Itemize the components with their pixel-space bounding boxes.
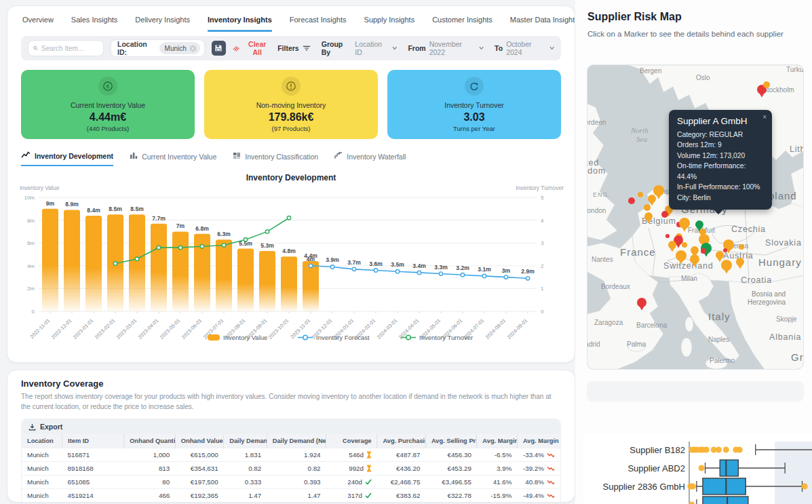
svg-text:2: 2 bbox=[541, 263, 544, 269]
supplier-tooltip: × Supplier A GmbH Category: REGULAROrder… bbox=[669, 110, 772, 210]
cell-coverage: 992d bbox=[326, 462, 377, 476]
map-label-switzerland: Switzerland bbox=[663, 261, 713, 271]
table-row: Munich65108580€197,5000.3330.393240d €2,… bbox=[22, 476, 560, 489]
outlier-dot bbox=[690, 484, 696, 490]
cell-avg-margin-3m: -39.2% bbox=[517, 462, 560, 476]
check-icon bbox=[365, 479, 372, 485]
tooltip-line: Volume 12m: 173,020 bbox=[677, 151, 764, 161]
svg-text:Inventory Value: Inventory Value bbox=[20, 185, 60, 191]
kpi-non-moving-inventory: Non-moving Inventory 179.86k€ (97 Produc… bbox=[204, 70, 378, 139]
svg-text:3.6m: 3.6m bbox=[369, 260, 383, 267]
map-label-herzegovina: Herzegovina bbox=[748, 298, 786, 306]
map-marker-orange[interactable] bbox=[739, 244, 744, 250]
svg-text:2024-08-01: 2024-08-01 bbox=[484, 317, 507, 340]
nav-tab-master-data-insights[interactable]: Master Data Insights bbox=[510, 16, 575, 32]
svg-text:4: 4 bbox=[541, 218, 544, 224]
clear-all-button[interactable]: Clear All bbox=[233, 40, 271, 56]
boxplot-label: Supplier B182 bbox=[630, 445, 685, 455]
remove-location-icon[interactable] bbox=[189, 45, 197, 52]
line-chart-icon bbox=[21, 151, 31, 160]
column-header-onhand-quantity: Onhand Quantity bbox=[124, 434, 175, 448]
svg-text:8m: 8m bbox=[27, 218, 35, 224]
legend-item[interactable]: Inventory Forecast bbox=[298, 334, 370, 341]
search-input[interactable] bbox=[41, 45, 98, 52]
cell-avg-purchasing-price: €436.20 bbox=[377, 462, 425, 476]
location-chip[interactable]: Munich bbox=[159, 42, 200, 54]
cell-item-id: 4519214 bbox=[62, 489, 124, 503]
trend-down-icon bbox=[547, 479, 555, 485]
from-date-select[interactable]: From November 2022 bbox=[408, 40, 484, 56]
map-label-palma: Palma bbox=[627, 341, 646, 348]
cell-avg-margin-24m: 11.2% bbox=[477, 503, 518, 503]
map-marker-orange[interactable] bbox=[644, 204, 651, 211]
svg-text:2024-09-01: 2024-09-01 bbox=[506, 317, 528, 340]
map-label-czechia: Czechia bbox=[731, 225, 766, 234]
chart-tab-inventory-development[interactable]: Inventory Development bbox=[21, 151, 113, 166]
export-button[interactable]: Export bbox=[28, 423, 62, 431]
map-marker-orange[interactable] bbox=[638, 192, 643, 197]
cell-avg-margin-3m: 4.0% bbox=[517, 503, 560, 503]
check-icon bbox=[365, 492, 372, 499]
cell-location: Munich bbox=[22, 489, 62, 503]
map-label-turku: Turku bbox=[786, 66, 803, 73]
bar-chart-icon bbox=[130, 152, 138, 161]
risk-map-title: Supplier Risk Map bbox=[587, 11, 682, 23]
nav-tab-sales-insights[interactable]: Sales Insights bbox=[71, 16, 117, 32]
supplier-risk-map[interactable]: BergenOsloTurkuStockholmAberdeenNorthSea… bbox=[587, 64, 804, 370]
save-filter-button[interactable] bbox=[212, 41, 226, 56]
cell-onhand-value: €170,179 bbox=[175, 503, 223, 503]
map-marker-orange[interactable] bbox=[763, 81, 770, 88]
map-marker-orange[interactable] bbox=[682, 242, 687, 248]
cell-avg-purchasing-price: €383.62 bbox=[377, 489, 425, 503]
download-icon bbox=[28, 423, 36, 431]
legend-item[interactable]: Inventory Value bbox=[208, 334, 267, 341]
map-label-madrid: Madrid bbox=[587, 341, 600, 348]
map-marker-red[interactable] bbox=[665, 234, 670, 238]
cell-item-id: 0481584 bbox=[62, 503, 124, 503]
tooltip-pointer bbox=[714, 210, 723, 214]
inventory-coverage-panel: Inventory Coverage The report shows inve… bbox=[7, 370, 575, 503]
map-marker-red[interactable] bbox=[628, 197, 635, 204]
chart-tab-inventory-waterfall[interactable]: Inventory Waterfall bbox=[334, 151, 406, 166]
map-label-france: France bbox=[620, 246, 656, 258]
group-by-select[interactable]: Group By Location ID bbox=[322, 40, 398, 56]
svg-text:2023-06-01: 2023-06-01 bbox=[180, 317, 203, 340]
chevron-down-icon bbox=[392, 46, 397, 50]
cell-onhand-value: €192,365 bbox=[175, 489, 223, 503]
nav-tab-customer-insights[interactable]: Customer Insights bbox=[432, 16, 492, 32]
cell-coverage: 546d bbox=[326, 448, 377, 462]
collapsed-section[interactable] bbox=[587, 381, 804, 402]
map-marker-red[interactable] bbox=[723, 248, 727, 252]
map-label-north: North bbox=[630, 126, 649, 134]
filters-button[interactable]: Filters bbox=[277, 44, 311, 52]
chevron-down-icon bbox=[549, 46, 554, 50]
map-label-slovakia: Slovakia bbox=[765, 238, 802, 248]
svg-text:Inventory Value: Inventory Value bbox=[223, 334, 267, 341]
to-date-select[interactable]: To October 2024 bbox=[495, 40, 554, 56]
map-label-croatia: Croatia bbox=[741, 275, 772, 285]
table-toolbar: Export bbox=[22, 419, 560, 434]
table-row: Munich4519214466€192,3651.471.47317d €38… bbox=[22, 489, 560, 503]
map-label-palermo: Palermo bbox=[710, 357, 735, 364]
chart-tab-current-inventory-value[interactable]: Current Inventory Value bbox=[130, 151, 216, 166]
nav-tab-delivery-insights[interactable]: Delivery Insights bbox=[135, 16, 190, 32]
tooltip-line: Category: REGULAR bbox=[677, 130, 764, 140]
cell-avg-margin-3m: -33.4% bbox=[517, 448, 560, 462]
cell-location: Munich bbox=[22, 476, 62, 489]
column-header-avg-selling-price: Avg. Selling Price bbox=[425, 434, 476, 448]
legend-item[interactable]: Inventory Turnover bbox=[401, 334, 473, 341]
svg-text:0: 0 bbox=[32, 309, 35, 315]
nav-tab-inventory-insights[interactable]: Inventory Insights bbox=[208, 16, 272, 32]
chart-tab-inventory-classification[interactable]: Inventory Classification bbox=[233, 151, 318, 166]
nav-tab-overview[interactable]: Overview bbox=[22, 16, 54, 32]
trend-down-icon bbox=[547, 492, 555, 499]
nav-tab-supply-insights[interactable]: Supply Insights bbox=[364, 16, 415, 32]
svg-text:5: 5 bbox=[541, 195, 544, 201]
map-marker-red[interactable] bbox=[701, 248, 706, 254]
close-icon[interactable]: × bbox=[762, 113, 767, 121]
nav-tab-forecast-insights[interactable]: Forecast Insights bbox=[290, 16, 347, 32]
map-marker-red[interactable] bbox=[661, 211, 668, 218]
kpi-current-inventory-value: € Current Inventory Value 4.44m€ (440 Pr… bbox=[21, 70, 195, 139]
svg-text:Inventory Turnover: Inventory Turnover bbox=[419, 334, 473, 341]
map-label-london: London bbox=[587, 207, 606, 214]
